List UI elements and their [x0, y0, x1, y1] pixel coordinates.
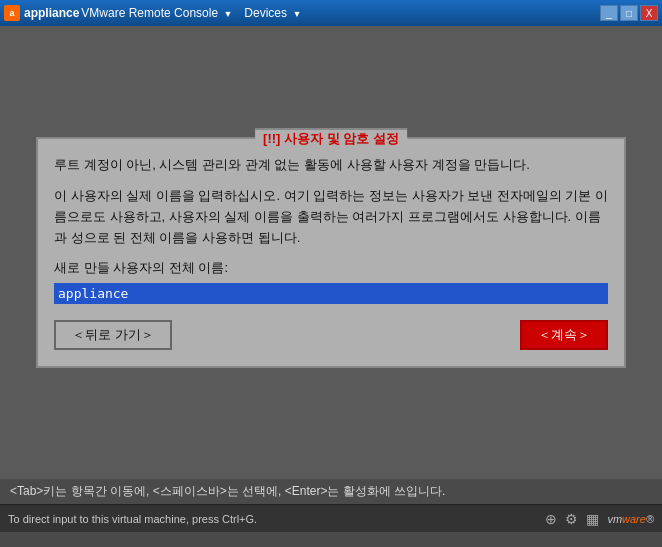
dialog-paragraph2: 이 사용자의 실제 이름을 입력하십시오. 여기 입력하는 정보는 사용자가 보… [54, 186, 608, 248]
back-button[interactable]: ＜뒤로 가기＞ [54, 320, 172, 350]
input-label: 새로 만들 사용자의 전체 이름: [54, 259, 608, 277]
title-bar: a appliance VMware Remote Console ▼ Devi… [0, 0, 662, 26]
devices-menu[interactable]: Devices ▼ [244, 6, 301, 20]
app-name: appliance [24, 6, 79, 20]
dialog-buttons: ＜뒤로 가기＞ ＜계속＞ [54, 320, 608, 350]
fullname-input[interactable] [54, 283, 608, 304]
close-button[interactable]: X [640, 5, 658, 21]
next-button[interactable]: ＜계속＞ [520, 320, 608, 350]
vm-display-area: [!!] 사용자 및 암호 설정 루트 계정이 아닌, 시스템 관리와 관계 없… [0, 26, 662, 479]
devices-menu-arrow: ▼ [292, 9, 301, 19]
dialog-paragraph1: 루트 계정이 아닌, 시스템 관리와 관계 없는 활동에 사용할 사용자 계정을… [54, 155, 608, 176]
vmware-logo: vmware® [607, 513, 654, 525]
vmrc-menu-arrow: ▼ [223, 9, 232, 19]
dialog-title: [!!] 사용자 및 암호 설정 [255, 128, 407, 148]
korean-instructions-text: <Tab>키는 항목간 이동에, <스페이스바>는 선택에, <Enter>는 … [10, 483, 445, 500]
window-controls: _ □ X [600, 5, 658, 21]
minimize-button[interactable]: _ [600, 5, 618, 21]
status-right-area: ⊕ ⚙ ▦ vmware® [545, 511, 654, 527]
korean-instructions-bar: <Tab>키는 항목간 이동에, <스페이스바>는 선택에, <Enter>는 … [0, 479, 662, 504]
settings-icon: ⚙ [565, 511, 578, 527]
display-icon: ▦ [586, 511, 599, 527]
restore-button[interactable]: □ [620, 5, 638, 21]
user-setup-dialog: [!!] 사용자 및 암호 설정 루트 계정이 아닌, 시스템 관리와 관계 없… [36, 137, 626, 367]
status-left-text: To direct input to this virtual machine,… [8, 513, 257, 525]
status-bar: To direct input to this virtual machine,… [0, 504, 662, 532]
network-icon: ⊕ [545, 511, 557, 527]
vmrc-menu[interactable]: VMware Remote Console ▼ [81, 6, 232, 20]
app-icon: a [4, 5, 20, 21]
